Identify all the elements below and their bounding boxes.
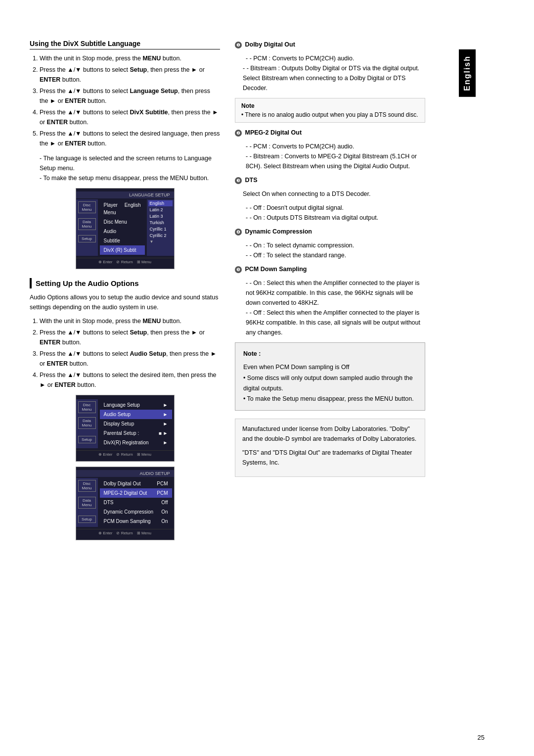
dolby-digital-section: ❶ Dolby Digital Out - PCM : Converts to …: [235, 40, 425, 123]
english-tab: English: [459, 49, 476, 97]
lang-menu-row-5: DivX (R) Subtit: [100, 245, 145, 255]
dolby-title: ❶ Dolby Digital Out: [235, 40, 425, 49]
audio-step-1: With the unit in Stop mode, press the ME…: [40, 316, 220, 326]
audio-options-title: Setting Up the Audio Options: [30, 278, 220, 288]
setup-row-4: Parental Setup : ■ ►: [100, 428, 172, 438]
audio-steps-list: With the unit in Stop mode, press the ME…: [30, 316, 220, 390]
right-column: ❶ Dolby Digital Out - PCM : Converts to …: [235, 40, 425, 545]
dts-list: - Off : Doesn't output digital signal. -…: [235, 203, 425, 223]
trademark-dts: "DTS" and "DTS Digital Out" are trademar…: [242, 448, 418, 468]
pcm-note-line2: • Some discs will only output down sampl…: [243, 373, 417, 394]
right-sidebar: English: [445, 30, 490, 726]
divx-step-5: Press the ▲/▼ buttons to select the desi…: [40, 129, 220, 148]
dolby-note-box: Note • There is no analog audio output w…: [235, 98, 425, 123]
pcm-note-title: Note :: [243, 349, 417, 359]
mpeg2-section: ❷ MPEG-2 Digital Out - PCM : Converts to…: [235, 128, 425, 171]
divx-step-1: With the unit in Stop mode, press the ME…: [40, 53, 220, 63]
audio-row-3: DTS Off: [100, 498, 172, 507]
mpeg2-pcm: - PCM : Converts to PCM(2CH) audio.: [243, 142, 425, 151]
trademark-box: Manufactured under license from Dolby La…: [235, 419, 425, 477]
audio-step-3: Press the ▲/▼ buttons to select Audio Se…: [40, 349, 220, 369]
dynamic-compression-section: ❹ Dynamic Compression - On : To select d…: [235, 227, 425, 260]
audio-row-2: MPEG-2 Digital Out PCM: [100, 488, 172, 498]
audio-setup-screenshot: AUDIO SETUP Disc Menu Data Menu Setup Do…: [76, 467, 175, 540]
audio-step-4: Press the ▲/▼ buttons to select the desi…: [40, 370, 220, 390]
dolby-pcm: - PCM : Converts to PCM(2CH) audio.: [243, 53, 425, 63]
lang-menu-row-1: Player Menu English: [100, 200, 145, 217]
pcm-off: - Off : Select this when the Amplifier c…: [243, 308, 425, 337]
setup-menu-screenshot: Disc Menu Data Menu Setup Language Setup…: [76, 395, 175, 462]
main-content: Using the DivX Subtitle Language With th…: [0, 30, 445, 726]
page-container: Using the DivX Subtitle Language With th…: [0, 0, 534, 756]
mpeg2-title: ❷ MPEG-2 Digital Out: [235, 128, 425, 138]
lang-menu-row-3: Audio: [100, 227, 145, 236]
divx-note-1: The language is selected and the screen …: [37, 153, 220, 173]
divx-note-2: To make the setup menu disappear, press …: [37, 173, 220, 183]
left-column: Using the DivX Subtitle Language With th…: [30, 40, 220, 545]
mpeg2-list: - PCM : Converts to PCM(2CH) audio. - Bi…: [235, 142, 425, 171]
audio-setup-header: AUDIO SETUP: [76, 470, 174, 477]
divx-steps-list: With the unit in Stop mode, press the ME…: [30, 53, 220, 148]
audio-setup-footer: ⊕ Enter ⊘ Return ⊞ Menu: [76, 529, 174, 537]
audio-options-section: Setting Up the Audio Options Audio Optio…: [30, 278, 220, 540]
audio-step-2: Press the ▲/▼ buttons to select Setup, t…: [40, 328, 220, 347]
dts-intro: Select On when connecting to a DTS Decod…: [235, 189, 425, 199]
pcm-section: ❺ PCM Down Sampling - On : Select this w…: [235, 264, 425, 337]
pcm-on: - On : Select this when the Amplifier co…: [243, 278, 425, 308]
dolby-note-title: Note: [241, 102, 419, 109]
dts-title: ❸ DTS: [235, 175, 425, 185]
pcm-note-line3: • To make the Setup menu disappear, pres…: [243, 394, 417, 404]
lang-menu-row-4: Subtitle: [100, 236, 145, 245]
dynamic-title: ❹ Dynamic Compression: [235, 227, 425, 236]
two-column-layout: Using the DivX Subtitle Language With th…: [30, 40, 425, 545]
divx-step-3: Press the ▲/▼ buttons to select Language…: [40, 86, 220, 106]
audio-row-4: Dynamic Compression On: [100, 507, 172, 517]
dts-on: - On : Outputs DTS Bitstream via digital…: [243, 213, 425, 223]
divx-step-2: Press the ▲/▼ buttons to select Setup, t…: [40, 65, 220, 85]
language-menu-header: LANGUAGE SETUP: [76, 191, 174, 198]
pcm-note-box: Note : Even when PCM Down sampling is Of…: [235, 342, 425, 411]
pcm-note-line1: Even when PCM Down sampling is Off: [243, 362, 417, 373]
setup-menu-footer: ⊕ Enter ⊘ Return ⊞ Menu: [76, 450, 174, 458]
dolby-bitstream: - Bitstream : Outputs Dolby Digital or D…: [243, 63, 425, 93]
setup-row-2: Audio Setup ►: [100, 410, 172, 419]
divx-step-4: Press the ▲/▼ buttons to select DivX Sub…: [40, 107, 220, 127]
pcm-list: - On : Select this when the Amplifier co…: [235, 278, 425, 337]
dts-off: - Off : Doesn't output digital signal.: [243, 203, 425, 213]
setup-row-3: Display Setup ►: [100, 419, 172, 428]
dolby-list: - PCM : Converts to PCM(2CH) audio. - Bi…: [235, 53, 425, 93]
page-number: 25: [478, 734, 485, 741]
setup-row-5: DivX(R) Registration ►: [100, 438, 172, 447]
lang-menu-row-2: Disc Menu: [100, 217, 145, 227]
setup-row-1: Language Setup ►: [100, 400, 172, 410]
audio-row-5: PCM Down Sampling On: [100, 517, 172, 526]
divx-subtitle-section: Using the DivX Subtitle Language With th…: [30, 40, 220, 269]
audio-row-1: Dolby Digital Out PCM: [100, 479, 172, 488]
mpeg2-bitstream: - Bitstream : Converts to MPEG-2 Digital…: [243, 151, 425, 171]
dynamic-list: - On : To select dynamic compression. - …: [235, 240, 425, 260]
trademark-dolby: Manufactured under license from Dolby La…: [242, 424, 418, 444]
pcm-title: ❺ PCM Down Sampling: [235, 264, 425, 274]
language-setup-screenshot: LANGUAGE SETUP Disc Menu Data Menu Setup…: [76, 188, 175, 269]
dolby-note-content: • There is no analog audio output when y…: [241, 111, 419, 118]
audio-options-intro: Audio Options allows you to setup the au…: [30, 292, 220, 312]
language-menu-footer: ⊕ Enter ⊘ Return ⊞ Menu: [76, 258, 174, 266]
divx-subtitle-title: Using the DivX Subtitle Language: [30, 40, 220, 49]
divx-notes-list: The language is selected and the screen …: [30, 153, 220, 183]
dynamic-on: - On : To select dynamic compression.: [243, 240, 425, 250]
dynamic-off: - Off : To select the standard range.: [243, 250, 425, 260]
dts-section: ❸ DTS Select On when connecting to a DTS…: [235, 175, 425, 223]
